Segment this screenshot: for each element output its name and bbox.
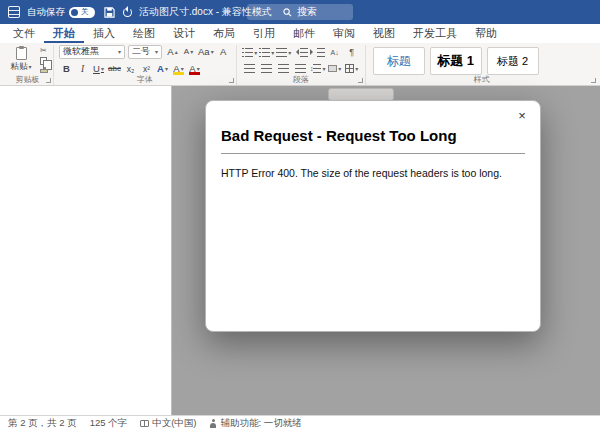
search-placeholder: 搜索 — [297, 5, 317, 19]
align-left-button[interactable] — [242, 61, 258, 75]
app-icon — [8, 6, 20, 18]
accessibility-status[interactable]: 辅助功能: 一切就绪 — [209, 417, 301, 430]
grow-font-button[interactable]: A▴ — [165, 44, 180, 59]
paste-button[interactable]: 粘贴▾ — [7, 47, 35, 73]
shrink-font-button[interactable]: A▾ — [181, 44, 196, 59]
document-page[interactable] — [0, 86, 172, 415]
chevron-down-icon: ▾ — [155, 48, 158, 55]
bold-button[interactable]: B — [59, 61, 74, 76]
decrease-indent-lines-icon — [300, 48, 308, 57]
chevron-down-icon: ▾ — [118, 48, 121, 55]
style-title-label: 标题 — [387, 53, 411, 70]
change-case-glyph: Aa — [198, 46, 210, 57]
decrease-indent-button[interactable] — [293, 45, 309, 59]
change-case-button[interactable]: Aa▾ — [197, 44, 215, 59]
tab-help[interactable]: 帮助 — [466, 24, 506, 43]
style-item-heading2[interactable]: 标题 2 — [487, 47, 539, 75]
tab-references[interactable]: 引用 — [244, 24, 284, 43]
shading-button[interactable]: ▾ — [327, 61, 343, 75]
underline-button[interactable]: U▾ — [91, 61, 106, 76]
format-painter-icon[interactable] — [40, 69, 48, 73]
align-center-button[interactable] — [259, 61, 275, 75]
increase-indent-button[interactable] — [310, 45, 326, 59]
text-effects-button[interactable]: A▾ — [155, 61, 170, 76]
line-spacing-button[interactable]: ↕▾ — [310, 61, 326, 75]
tab-view[interactable]: 视图 — [364, 24, 404, 43]
down-caret-icon: ▾ — [190, 48, 193, 55]
styles-dialog-launcher-icon[interactable] — [591, 78, 596, 83]
tab-developer[interactable]: 开发工具 — [404, 24, 466, 43]
tab-draw[interactable]: 绘图 — [124, 24, 164, 43]
paragraph-dialog-launcher-icon[interactable] — [358, 78, 363, 83]
tab-mailings[interactable]: 邮件 — [284, 24, 324, 43]
tab-review[interactable]: 审阅 — [324, 24, 364, 43]
clipboard-dialog-launcher-icon[interactable] — [46, 78, 51, 83]
align-left-icon — [244, 64, 255, 73]
font-color-button[interactable]: A▾ — [187, 61, 202, 76]
bullets-lines-icon — [245, 48, 253, 57]
paragraph-group: ▾ ▾ ▾ A↓ ¶ ↕▾ ▾ ▾ 段落 — [237, 45, 366, 85]
font-dialog-launcher-icon[interactable] — [229, 78, 234, 83]
show-hide-marks-button[interactable]: ¶ — [344, 45, 360, 59]
chevron-down-icon: ▾ — [165, 65, 168, 72]
undo-icon[interactable] — [123, 8, 132, 17]
font-group-label: 字体 — [54, 75, 236, 84]
subscript-button[interactable]: x₂ — [123, 61, 138, 76]
tab-home[interactable]: 开始 — [44, 24, 84, 43]
font-family-combo[interactable]: 微软雅黑 ▾ — [59, 45, 125, 59]
paste-icon — [16, 47, 27, 60]
align-right-button[interactable] — [276, 61, 292, 75]
italic-button[interactable]: I — [75, 61, 90, 76]
document-canvas: × Bad Request - Request Too Long HTTP Er… — [0, 86, 600, 415]
align-center-icon — [261, 64, 272, 73]
chevron-down-icon: ▾ — [181, 65, 184, 72]
borders-icon — [345, 64, 354, 73]
chevron-down-icon: ▾ — [338, 65, 341, 72]
bullets-icon — [242, 48, 244, 57]
tab-file[interactable]: 文件 — [4, 24, 44, 43]
tab-layout[interactable]: 布局 — [204, 24, 244, 43]
search-icon — [283, 8, 292, 17]
dialog-divider — [221, 153, 525, 154]
cut-icon[interactable]: ✂ — [40, 47, 48, 55]
close-icon[interactable]: × — [514, 107, 530, 123]
font-size-combo[interactable]: 二号 ▾ — [128, 45, 162, 59]
sort-button[interactable]: A↓ — [327, 45, 343, 59]
search-box[interactable]: 搜索 — [247, 4, 353, 20]
grow-font-glyph: A — [167, 46, 173, 57]
chevron-down-icon: ▾ — [254, 49, 257, 56]
ribbon: 粘贴▾ ✂ 剪贴板 微软雅黑 ▾ 二号 ▾ A▴ — [0, 43, 600, 86]
chevron-down-icon: ▾ — [355, 65, 358, 72]
chevron-down-icon: ▾ — [288, 49, 291, 56]
numbering-button[interactable]: ▾ — [259, 45, 275, 59]
superscript-button[interactable]: x² — [139, 61, 154, 76]
quick-access-toolbar — [104, 7, 132, 18]
styles-group-label: 样式 — [366, 75, 598, 84]
chevron-down-icon: ▾ — [271, 49, 274, 56]
autosave-control[interactable]: 自动保存 关 — [27, 6, 95, 19]
language-indicator[interactable]: 中文(中国) — [140, 417, 196, 430]
chevron-down-icon: ▾ — [322, 65, 325, 72]
borders-button[interactable]: ▾ — [344, 61, 360, 75]
copy-icon[interactable] — [40, 57, 47, 65]
word-count[interactable]: 125 个字 — [90, 417, 128, 430]
justify-button[interactable] — [293, 61, 309, 75]
shading-icon — [328, 65, 337, 72]
style-item-heading1[interactable]: 标题 1 — [430, 47, 482, 75]
paste-label: 粘贴 — [10, 61, 27, 71]
style-item-title[interactable]: 标题 — [373, 47, 425, 75]
page-indicator[interactable]: 第 2 页，共 2 页 — [8, 417, 77, 430]
strikethrough-button[interactable]: abc — [107, 61, 122, 76]
autosave-toggle[interactable]: 关 — [69, 7, 95, 18]
save-icon[interactable] — [104, 7, 115, 18]
highlight-color-button[interactable]: A▾ — [171, 61, 186, 76]
bullets-button[interactable]: ▾ — [242, 45, 258, 59]
chevron-down-icon: ▾ — [101, 65, 104, 72]
multilevel-list-button[interactable]: ▾ — [276, 45, 292, 59]
tab-design[interactable]: 设计 — [164, 24, 204, 43]
tab-insert[interactable]: 插入 — [84, 24, 124, 43]
text-effects-glyph: A — [157, 63, 164, 74]
numbering-lines-icon — [262, 48, 270, 57]
chevron-down-icon: ▾ — [28, 64, 31, 70]
clear-formatting-button[interactable]: A — [216, 44, 231, 59]
